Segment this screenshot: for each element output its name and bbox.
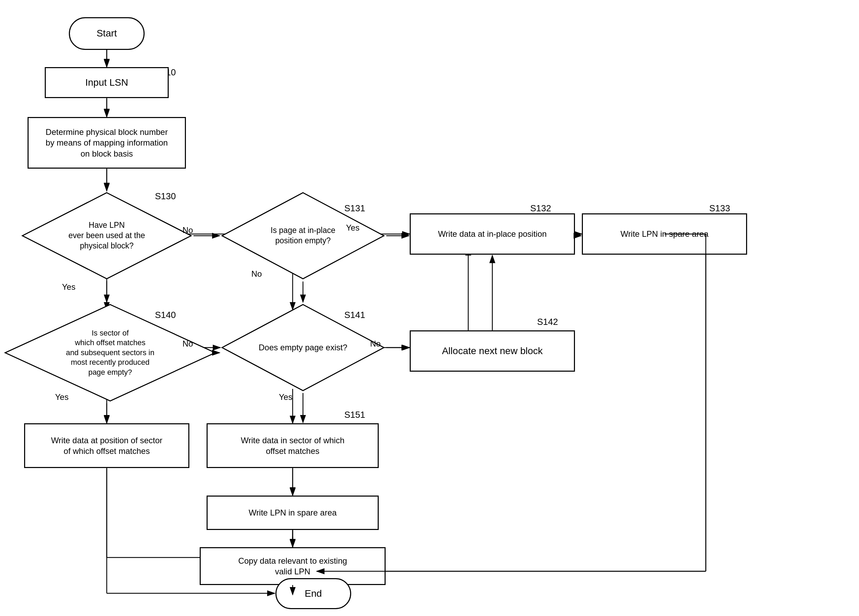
sector-yes-label: Yes <box>55 392 69 402</box>
s142-label: S142 <box>537 317 558 327</box>
diamond-lpn-node: Have LPN ever been used at the physical … <box>21 191 193 281</box>
write-inplace-node: Write data at in-place position <box>410 214 575 255</box>
write-offset-node: Write data at position of sector of whic… <box>24 423 189 468</box>
write-lpn-spare2-node: Write LPN in spare area <box>206 496 379 530</box>
diamond-inplace-node: Is page at in-place position empty? <box>220 191 386 281</box>
input-lsn-node: Input LSN <box>45 67 169 98</box>
s151-label: S151 <box>344 410 365 420</box>
allocate-block-node: Allocate next new block <box>410 331 575 372</box>
empty-page-no-label: No <box>370 339 381 349</box>
diamond-sector-node: Is sector of which offset matches and su… <box>3 303 217 402</box>
s133-label: S133 <box>709 203 730 214</box>
inplace-no-label: No <box>251 269 262 279</box>
determine-block-node: Determine physical block number by means… <box>28 117 186 168</box>
write-lpn-spare-node: Write LPN in spare area <box>582 214 747 255</box>
end-node: End <box>275 578 351 609</box>
lpn-no-label: No <box>183 225 193 235</box>
lpn-yes-label: Yes <box>62 282 75 292</box>
sector-no-label: No <box>183 339 193 349</box>
empty-page-yes-label: Yes <box>279 392 292 402</box>
s132-label: S132 <box>530 203 551 214</box>
write-data-sector-node: Write data in sector of which offset mat… <box>206 423 379 468</box>
diamond-empty-page-node: Does empty page exist? <box>220 303 386 392</box>
flowchart-diagram: Start S110 Input LSN S120 Determine phys… <box>0 0 859 616</box>
start-node: Start <box>69 17 145 50</box>
